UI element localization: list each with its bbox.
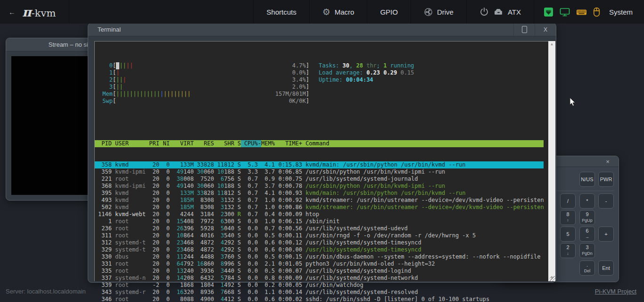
keypad-key-6[interactable]: 6→: [579, 226, 595, 242]
info-segment: 0.29: [383, 69, 400, 76]
column-header-res[interactable]: RES: [194, 140, 214, 147]
proc-shr: 11812: [214, 161, 234, 168]
menu-shortcuts[interactable]: Shortcuts: [253, 0, 309, 24]
column-header-cpu[interactable]: CPU%-: [241, 140, 261, 147]
ethernet-icon[interactable]: [544, 7, 553, 17]
proc-cpu: 0.0: [241, 239, 258, 246]
column-header-pid[interactable]: PID: [95, 140, 112, 147]
terminal-close-button[interactable]: X: [535, 23, 556, 36]
keypad-key-2[interactable]: 2↓: [560, 243, 576, 258]
mem-value: 188: [224, 183, 234, 189]
mem-value: 468: [183, 239, 194, 246]
proc-virt: 11244: [170, 253, 194, 260]
keypad-key-[interactable]: /: [560, 193, 576, 209]
proc-pid: 346: [95, 296, 112, 302]
mem-value-prefix: 13: [177, 268, 183, 274]
menu-drive[interactable]: Drive: [411, 0, 466, 24]
menu-macro[interactable]: ⚙ Macro: [309, 0, 367, 24]
proc-res: 4488: [194, 253, 214, 260]
mem-value: 140: [183, 183, 194, 189]
process-table: 358kvmd200133M3382811812S5.34.10:15.83kv…: [95, 161, 544, 302]
proc-res: 3936: [194, 268, 214, 275]
column-header-mem[interactable]: MEM%: [261, 140, 275, 147]
keypad-key-main: .: [586, 262, 588, 268]
display-icon[interactable]: [560, 7, 570, 17]
meter-bar: |: [170, 91, 173, 98]
keypad-key-main: N/US: [581, 177, 593, 182]
keypad-key-nus[interactable]: N/US: [579, 172, 595, 187]
proc-state: S: [234, 260, 241, 268]
proc-pid: 339: [95, 282, 112, 289]
proc-pid: 343: [95, 289, 112, 296]
proc-res: 6432: [194, 275, 214, 282]
keypad-key-ent[interactable]: Ent: [598, 260, 614, 276]
keypad-key-3[interactable]: 3PgDn: [579, 243, 595, 258]
pikvm-project-link[interactable]: Pi-KVM Project: [595, 288, 636, 295]
terminal-titlebar[interactable]: Terminal X: [88, 23, 556, 36]
meter-0: 0[|||||4.7%]: [99, 62, 309, 69]
column-header-virt[interactable]: VIRT: [170, 140, 194, 147]
proc-user: root: [112, 218, 146, 225]
proc-mem: 0.6: [258, 246, 275, 253]
proc-pri: 20: [146, 225, 159, 232]
proc-mem: 0.6: [258, 296, 275, 302]
proc-ni: 0: [159, 268, 170, 275]
proc-mem: 1.0: [258, 218, 275, 225]
terminal-maximize-button[interactable]: [513, 23, 535, 36]
menu-gpio[interactable]: GPIO: [367, 0, 411, 24]
mem-value: 492: [224, 282, 234, 288]
keypad-key-[interactable]: *: [579, 193, 595, 209]
column-header-s[interactable]: S: [234, 140, 241, 147]
meter-bar: |: [147, 91, 150, 98]
keypad-key-8[interactable]: 8↑: [560, 210, 576, 225]
meter-3: 3[||2.0%]: [99, 84, 309, 91]
mem-value: 3184: [200, 211, 214, 218]
mouse-icon[interactable]: [593, 7, 600, 17]
terminal-scrollbar[interactable]: ▲ ▼: [548, 41, 555, 281]
terminal-window: Terminal X 0[|||||4.7%]1[|0.0%]2[|||3.4%…: [88, 23, 556, 283]
column-header-shr[interactable]: SHR: [214, 140, 234, 147]
proc-cpu: 3.3: [241, 168, 258, 176]
keypad-key-5[interactable]: 5: [560, 226, 576, 242]
proc-user: systemd-t: [112, 246, 146, 253]
proc-shr: 6756: [214, 176, 234, 183]
menu-atx[interactable]: ATX: [466, 0, 534, 24]
meter-bracket-close: ]: [306, 76, 309, 84]
proc-ni: 0: [159, 197, 170, 204]
proc-virt: 185M: [170, 197, 194, 204]
mem-value: 1804: [200, 282, 214, 288]
meter-bar: |: [119, 76, 123, 84]
process-row-502: 502kvmd200185M83083132S0.71.00:00.86kvmd…: [95, 204, 544, 211]
system-status-group[interactable]: System: [534, 0, 644, 24]
scroll-up-icon[interactable]: ▲: [548, 41, 555, 48]
keypad-key-9[interactable]: 9PgUp: [579, 210, 595, 225]
meter-bars: [116, 98, 289, 105]
column-header-time[interactable]: TIME+: [275, 140, 302, 147]
column-header-command[interactable]: Command: [305, 140, 544, 147]
column-header-pri[interactable]: PRI: [146, 140, 159, 147]
proc-mem: 0.5: [258, 232, 275, 239]
proc-state: R: [234, 211, 241, 218]
keypad-key-[interactable]: .Del: [579, 260, 595, 276]
process-row-359: 359kvmd-ipmi200491403006010188S3.33.70:0…: [95, 168, 544, 176]
column-header-user[interactable]: USER: [112, 140, 146, 147]
keypad-key-[interactable]: -: [598, 193, 614, 209]
keypad-key-pwr[interactable]: PWR: [598, 172, 614, 187]
keyboard-icon[interactable]: [576, 7, 587, 17]
menu-system-label[interactable]: System: [609, 8, 633, 16]
column-header-ni[interactable]: NI: [159, 140, 170, 147]
mem-value: 133M: [180, 161, 194, 168]
keypad-key-[interactable]: +: [598, 226, 614, 242]
terminal-resize-handle[interactable]: [550, 276, 555, 282]
proc-command: /usr/lib/systemd/systemd-journald: [305, 176, 544, 183]
proc-virt: 23468: [170, 246, 194, 253]
meter-bars: |: [116, 69, 292, 76]
meter-bar: |: [126, 91, 130, 98]
meter-bar: |: [164, 91, 167, 98]
terminal-screen[interactable]: 0[|||||4.7%]1[|0.0%]2[|||3.4%]3[||2.0%]M…: [94, 41, 548, 281]
back-arrow-icon[interactable]: ←: [8, 8, 16, 16]
keypad-close-icon[interactable]: ×: [603, 158, 612, 166]
keypad-key-main: 3: [586, 245, 588, 250]
proc-time: 0:00.00: [275, 246, 302, 253]
logo-group[interactable]: ← π-kvm: [0, 0, 69, 24]
